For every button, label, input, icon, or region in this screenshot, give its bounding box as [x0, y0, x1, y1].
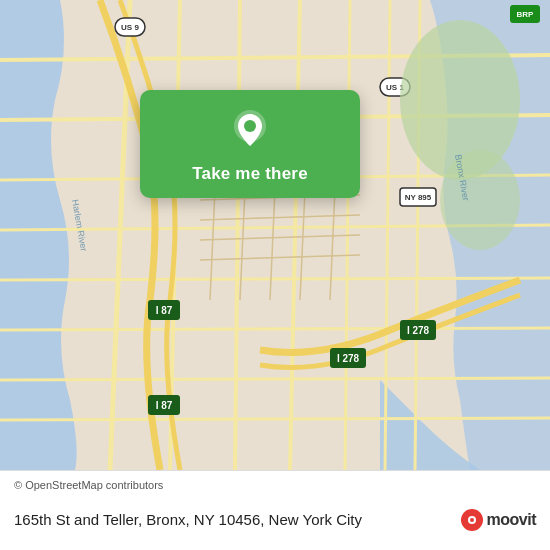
- moovit-logo: moovit: [461, 509, 536, 531]
- bottom-bar: © OpenStreetMap contributors 165th St an…: [0, 470, 550, 550]
- location-pin-icon: [226, 106, 274, 154]
- copyright-text: © OpenStreetMap contributors: [14, 479, 163, 491]
- moovit-label: moovit: [487, 511, 536, 529]
- svg-text:I 87: I 87: [156, 305, 173, 316]
- svg-text:I 278: I 278: [337, 353, 360, 364]
- svg-point-33: [440, 150, 520, 250]
- svg-text:I 87: I 87: [156, 400, 173, 411]
- svg-point-46: [244, 120, 256, 132]
- svg-line-13: [0, 328, 550, 330]
- svg-line-12: [0, 278, 550, 280]
- svg-point-48: [470, 518, 474, 522]
- moovit-icon: [461, 509, 483, 531]
- svg-text:BRP: BRP: [517, 10, 535, 19]
- map-area: I 87 I 87 I 278 I 278 US 9 US 1 NY 895 B…: [0, 0, 550, 470]
- svg-line-15: [0, 418, 550, 420]
- svg-line-14: [0, 378, 550, 380]
- svg-text:I 278: I 278: [407, 325, 430, 336]
- svg-text:US 9: US 9: [121, 23, 139, 32]
- navigation-card: Take me there: [140, 90, 360, 198]
- take-me-there-button[interactable]: Take me there: [192, 164, 308, 184]
- address-text: 165th St and Teller, Bronx, NY 10456, Ne…: [14, 511, 461, 528]
- svg-text:NY 895: NY 895: [405, 193, 432, 202]
